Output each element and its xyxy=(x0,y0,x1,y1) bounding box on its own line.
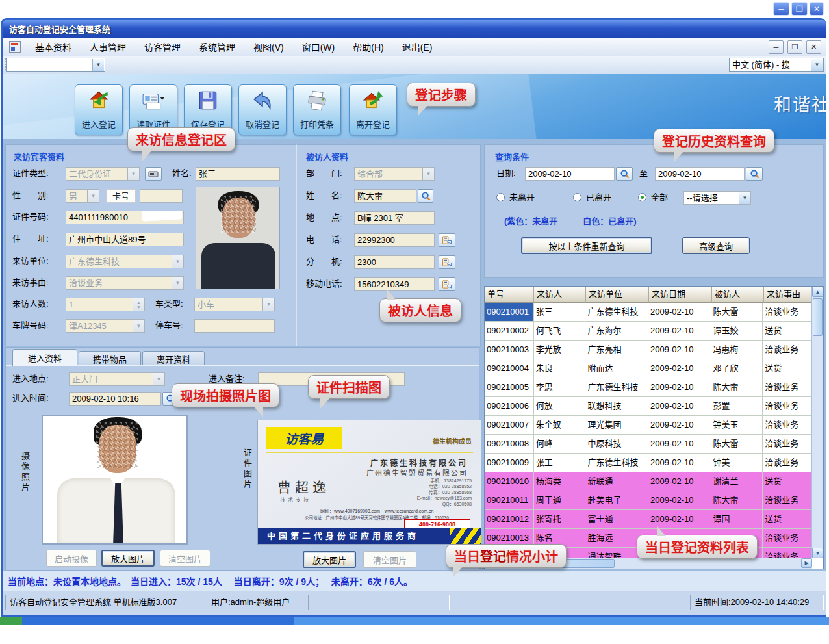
table-cell[interactable]: 赴美电子 xyxy=(585,491,648,510)
card-no-field[interactable] xyxy=(140,189,183,203)
table-cell[interactable]: 钟美玉 xyxy=(711,416,763,435)
print-receipt-button[interactable]: 打印凭条 xyxy=(293,84,341,135)
table-cell[interactable]: 谢清兰 xyxy=(711,472,763,491)
table-cell[interactable]: 邓子欣 xyxy=(711,359,763,378)
table-cell[interactable]: 李思 xyxy=(534,378,586,397)
enter-register-button[interactable]: 进入登记 xyxy=(75,84,123,135)
entry-place-select[interactable]: 正大门▼ xyxy=(69,372,165,386)
column-header[interactable]: 单号 xyxy=(485,287,534,303)
dial-mobile-button[interactable] xyxy=(439,277,455,291)
table-cell[interactable]: 090210012 xyxy=(485,510,534,529)
menu-item-window[interactable]: 窗口(W) xyxy=(293,38,344,56)
table-cell[interactable]: 钟美 xyxy=(711,454,763,472)
quick-search-combo[interactable]: ▼ xyxy=(6,58,105,72)
table-cell[interactable]: 陈大雷 xyxy=(711,435,763,454)
column-header[interactable]: 来访人 xyxy=(534,287,586,303)
table-row[interactable]: 090210009张工广东德生科技2009-02-10钟美洽谈业务 xyxy=(485,454,812,472)
table-cell[interactable]: 2009-02-10 xyxy=(648,491,711,510)
date-to-field[interactable]: 2009-02-10 xyxy=(655,167,745,181)
table-cell[interactable]: 2009-02-10 xyxy=(648,454,711,472)
table-cell[interactable]: 张寄托 xyxy=(534,510,586,529)
menu-item-hr[interactable]: 人事管理 xyxy=(81,38,135,56)
table-cell[interactable]: 2009-02-10 xyxy=(648,397,711,416)
table-cell[interactable]: 朱个奴 xyxy=(534,416,586,435)
table-row[interactable]: 090210007朱个奴理光集团2009-02-10钟美玉洽谈业务 xyxy=(485,416,812,435)
clear-photo-button[interactable]: 清空图片 xyxy=(160,550,210,567)
table-cell[interactable]: 洽谈业务 xyxy=(763,378,812,397)
clear-id-image-button[interactable]: 清空图片 xyxy=(363,551,416,568)
table-cell[interactable]: 2009-02-10 xyxy=(648,472,711,491)
menu-item-help[interactable]: 帮助(H) xyxy=(344,38,392,56)
table-cell[interactable]: 090210006 xyxy=(485,397,534,416)
table-cell[interactable]: 洽谈业务 xyxy=(763,303,812,322)
table-cell[interactable]: 090210007 xyxy=(485,416,534,435)
table-cell[interactable]: 洽谈业务 xyxy=(763,416,812,435)
id-number-field[interactable]: 4401111980010 xyxy=(66,211,184,224)
table-cell[interactable]: 何飞飞 xyxy=(534,322,586,341)
tab-leave-info[interactable]: 离开资料 xyxy=(142,351,205,366)
parking-field[interactable] xyxy=(194,319,275,333)
restore-button[interactable]: ❐ xyxy=(791,2,808,16)
vertical-scrollbar[interactable]: ▲ ▼ xyxy=(811,287,823,558)
table-cell[interactable]: 090210005 xyxy=(485,378,534,397)
table-row[interactable]: 090210002何飞飞广东海尔2009-02-10谭玉姣送货 xyxy=(485,322,812,341)
car-type-select[interactable]: 小车▼ xyxy=(194,298,275,311)
menu-item-exit[interactable]: 退出(E) xyxy=(393,38,442,56)
menu-item-basic[interactable]: 基本资料 xyxy=(26,38,81,56)
table-cell[interactable]: 090210002 xyxy=(485,322,534,341)
column-header[interactable]: 来访单位 xyxy=(586,287,649,303)
table-cell[interactable]: 联想科技 xyxy=(585,397,648,416)
table-cell[interactable]: 杨海类 xyxy=(534,472,586,491)
start-camera-button[interactable]: 启动摄像 xyxy=(46,550,97,567)
table-cell[interactable]: 中原科技 xyxy=(585,435,648,454)
leave-register-button[interactable]: 离开登记 xyxy=(349,84,397,135)
language-selector[interactable]: 中文 (简体) - 搜 ▼ xyxy=(729,58,824,72)
radio-all[interactable] xyxy=(638,193,646,201)
menu-item-view[interactable]: 视图(V) xyxy=(244,38,293,56)
table-cell[interactable]: 彭置 xyxy=(711,397,763,416)
column-header[interactable]: 被访人 xyxy=(712,287,764,303)
table-cell[interactable]: 张工 xyxy=(534,454,586,472)
card-reader-button[interactable] xyxy=(145,167,162,181)
table-cell[interactable]: 090210003 xyxy=(485,341,534,359)
cancel-register-button[interactable]: 取消登记 xyxy=(238,84,287,135)
close-button[interactable]: ✕ xyxy=(810,2,824,16)
table-cell[interactable]: 2009-02-10 xyxy=(648,303,711,322)
requery-button[interactable]: 按以上条件重新查询 xyxy=(521,237,652,254)
gender-select[interactable]: 男▼ xyxy=(66,189,99,203)
visited-name-field[interactable]: 陈大雷 xyxy=(354,189,416,203)
visitor-name-field[interactable]: 张三 xyxy=(196,167,280,181)
table-row[interactable]: 090210001张三广东德生科技2009-02-10陈大雷洽谈业务 xyxy=(485,303,812,322)
radio-left[interactable] xyxy=(573,193,581,201)
reason-select[interactable]: 洽谈业务▼ xyxy=(66,276,184,290)
mdi-close-button[interactable]: ✕ xyxy=(806,40,821,54)
table-cell[interactable]: 洽谈业务 xyxy=(763,435,812,454)
table-cell[interactable]: 周于通 xyxy=(534,491,586,510)
table-cell[interactable]: 洽谈业务 xyxy=(763,341,812,359)
date-from-field[interactable]: 2009-02-10 xyxy=(525,167,615,181)
table-cell[interactable]: 何放 xyxy=(534,397,586,416)
id-type-select[interactable]: 二代身份证▼ xyxy=(66,167,140,181)
table-cell[interactable]: 朱良 xyxy=(534,359,586,378)
table-cell[interactable]: 洽谈业务 xyxy=(763,491,812,510)
table-cell[interactable]: 洽谈业务 xyxy=(763,454,812,472)
table-row[interactable]: 090210003李光放广东亮相2009-02-10冯惠梅洽谈业务 xyxy=(485,341,812,359)
table-cell[interactable]: 送货 xyxy=(763,359,812,378)
filter-select[interactable]: --请选择▼ xyxy=(683,191,751,205)
table-cell[interactable]: 送货 xyxy=(763,510,812,529)
table-cell[interactable]: 2009-02-10 xyxy=(648,322,711,341)
table-cell[interactable]: 090210009 xyxy=(485,454,534,472)
table-row[interactable]: 090210010杨海类新联通2009-02-10谢清兰送货 xyxy=(485,472,812,491)
date-to-picker-button[interactable] xyxy=(746,167,763,181)
table-cell[interactable]: 洽谈业务 xyxy=(763,529,812,548)
dial-phone-button[interactable] xyxy=(439,233,455,247)
mdi-restore-button[interactable]: ❐ xyxy=(787,40,802,54)
table-cell[interactable]: 广东德生科技 xyxy=(585,454,648,472)
date-from-picker-button[interactable] xyxy=(616,167,633,181)
minimize-button[interactable]: ─ xyxy=(773,2,789,16)
table-cell[interactable]: 陈大雷 xyxy=(711,378,763,397)
table-row[interactable]: 090210004朱良附而达2009-02-10邓子欣送货 xyxy=(485,359,812,378)
table-cell[interactable]: 送货 xyxy=(763,472,812,491)
plate-select[interactable]: 津A12345▼ xyxy=(66,319,145,333)
table-cell[interactable]: 090210010 xyxy=(485,472,534,491)
